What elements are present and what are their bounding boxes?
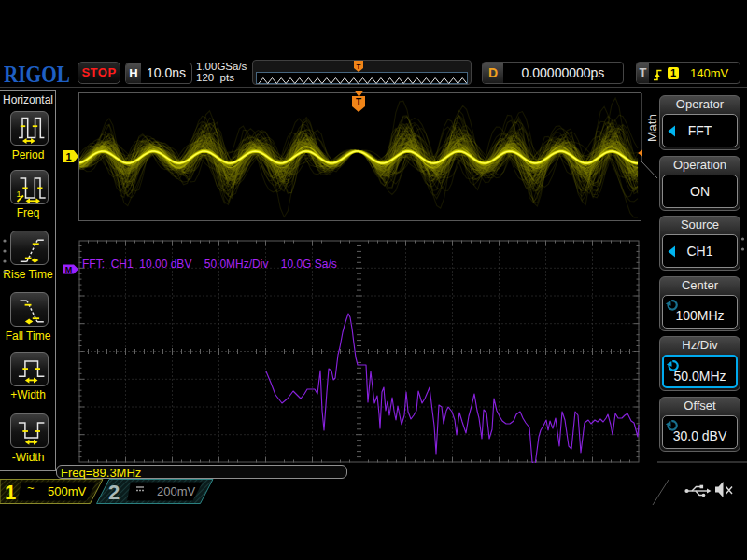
svg-text:M: M xyxy=(65,265,73,274)
svg-text:500mV: 500mV xyxy=(48,484,87,498)
svg-text:1: 1 xyxy=(5,481,16,504)
svg-text:T: T xyxy=(356,97,361,107)
svg-text:1: 1 xyxy=(65,151,71,162)
svg-text:T: T xyxy=(357,63,361,71)
svg-text:~: ~ xyxy=(27,481,35,495)
svg-text:200mV: 200mV xyxy=(157,484,196,498)
svg-text:2: 2 xyxy=(108,481,120,504)
